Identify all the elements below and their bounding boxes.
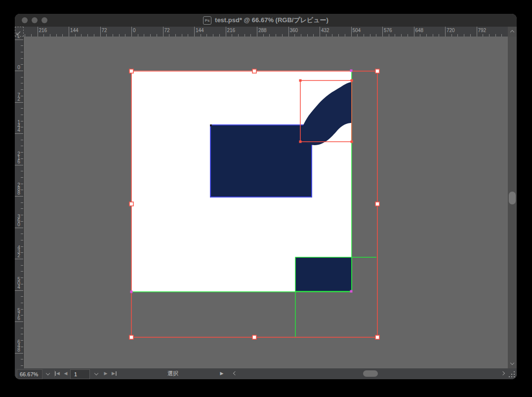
zoom-level-field[interactable]: 66.67% (17, 369, 42, 379)
ruler-label: 4 3 2 (15, 246, 22, 258)
ruler-label: 576 (384, 28, 392, 33)
scroll-right-button[interactable] (499, 368, 507, 378)
vertical-ruler[interactable]: 7 207 21 4 42 1 62 8 83 6 04 3 25 0 45 7… (15, 37, 24, 368)
minimize-button[interactable] (32, 17, 38, 23)
ruler-label: 360 (290, 28, 298, 33)
frame-number-field[interactable]: 1 (70, 369, 90, 379)
horizontal-scrollbar[interactable] (240, 368, 499, 378)
vertical-scrollbar-thumb[interactable] (509, 192, 516, 204)
photoshop-file-icon: Ps (203, 16, 211, 25)
ruler-label: 216 (39, 28, 47, 33)
ruler-major-tick (15, 353, 24, 354)
status-flyout-button[interactable]: ▶ (218, 368, 225, 378)
last-frame-icon (116, 371, 117, 376)
ruler-label: 72 (102, 28, 107, 33)
ruler-label: 7 2 (15, 93, 22, 101)
path-anchor[interactable] (351, 141, 353, 143)
window-title: test.psd* @ 66.67% (RGB/プレビュー) (215, 16, 328, 25)
ruler-label: 504 (353, 28, 361, 33)
anchor-selected[interactable] (350, 290, 353, 293)
photoshop-document-window: Ps test.psd* @ 66.67% (RGB/プレビュー) 216144… (15, 14, 517, 379)
last-frame-button[interactable]: ▶ (110, 368, 118, 378)
shape-layer-main-rect[interactable] (210, 125, 312, 197)
ruler-origin-arrow-icon (16, 30, 22, 36)
next-frame-button[interactable]: ▶ (102, 368, 110, 378)
ruler-label: 0 (15, 66, 22, 70)
anchor-selected[interactable] (350, 70, 353, 72)
selection-handle[interactable] (129, 335, 133, 339)
ruler-label: 432 (321, 28, 329, 33)
scroll-down-button[interactable] (508, 359, 517, 367)
ruler-major-tick (320, 27, 320, 37)
traffic-lights (22, 14, 47, 27)
selection-handle[interactable] (129, 202, 133, 206)
first-frame-button[interactable]: ◀ (53, 368, 61, 378)
chevron-left-icon (233, 371, 237, 375)
ruler-label: 0 (133, 28, 136, 33)
ruler-major-tick (38, 27, 38, 37)
ruler-major-tick (15, 71, 24, 71)
window-title-group: Ps test.psd* @ 66.67% (RGB/プレビュー) (203, 16, 328, 25)
chevron-right-icon (501, 371, 505, 375)
ruler-major-tick (131, 27, 132, 37)
ruler-major-tick (15, 196, 24, 197)
scroll-up-button[interactable] (508, 27, 517, 37)
chevron-down-icon (510, 361, 514, 365)
ruler-major-tick (414, 27, 414, 37)
frame-dropdown-button[interactable] (92, 368, 101, 378)
ruler-major-tick (15, 290, 24, 291)
ruler-label: 3 6 0 (15, 215, 22, 227)
ruler-label: 5 0 4 (15, 278, 22, 289)
ruler-major-tick (163, 27, 164, 37)
ruler-major-tick (15, 40, 24, 40)
flyout-arrow-icon: ▶ (220, 371, 224, 376)
ruler-major-tick (477, 27, 477, 37)
ruler-major-tick (445, 27, 446, 37)
title-bar[interactable]: Ps test.psd* @ 66.67% (RGB/プレビュー) (15, 14, 517, 27)
ruler-label: 72 (164, 28, 170, 33)
anchor-corner-dark[interactable] (210, 124, 212, 126)
selection-handle[interactable] (252, 335, 256, 339)
path-anchor[interactable] (299, 141, 302, 143)
selection-handle[interactable] (375, 202, 379, 206)
ruler-label: 2 8 8 (15, 183, 22, 195)
ruler-major-tick (15, 102, 24, 103)
path-anchor[interactable] (351, 79, 353, 82)
ruler-major-tick (194, 27, 195, 37)
selection-handle[interactable] (375, 335, 379, 339)
selection-handle[interactable] (252, 69, 256, 73)
ruler-label: 288 (258, 28, 267, 33)
ruler-origin-box[interactable] (15, 27, 24, 37)
chevron-up-icon (510, 30, 514, 34)
window-resize-grip[interactable] (508, 371, 515, 378)
vertical-scrollbar[interactable] (508, 37, 517, 368)
close-button[interactable] (22, 17, 28, 23)
selection-handle[interactable] (129, 69, 133, 73)
screen: Ps test.psd* @ 66.67% (RGB/プレビュー) 216144… (0, 0, 532, 397)
first-frame-icon (55, 371, 56, 376)
anchor-selected[interactable] (130, 291, 133, 293)
ruler-major-tick (100, 27, 101, 37)
chevron-down-icon (94, 371, 98, 375)
ruler-major-tick (15, 165, 24, 165)
ruler-major-tick (351, 27, 352, 37)
horizontal-scrollbar-thumb[interactable] (363, 370, 378, 377)
ruler-label: 792 (478, 28, 487, 33)
ruler-major-tick (226, 27, 226, 37)
shape-layer-bottom-square[interactable] (295, 257, 352, 291)
ruler-major-tick (15, 321, 24, 322)
ruler-label: 144 (70, 28, 79, 33)
zoom-dropdown-button[interactable] (43, 368, 52, 378)
selection-handle[interactable] (375, 69, 379, 73)
path-anchor[interactable] (299, 79, 302, 82)
chevron-down-icon (46, 371, 50, 375)
scroll-left-button[interactable] (231, 368, 239, 378)
status-bar: 66.67% ◀ ◀ 1 ▶ ▶ 選択 ▶ (15, 368, 517, 379)
previous-frame-button[interactable]: ◀ (62, 368, 70, 378)
ruler-label: 7 2 (15, 37, 22, 39)
zoom-button[interactable] (41, 17, 47, 23)
canvas-viewport[interactable] (24, 37, 508, 368)
horizontal-ruler[interactable]: 2161447207214421628836043250457664872079… (24, 27, 508, 37)
ruler-label: 216 (227, 28, 236, 33)
ruler-label: 5 7 6 (15, 309, 22, 320)
